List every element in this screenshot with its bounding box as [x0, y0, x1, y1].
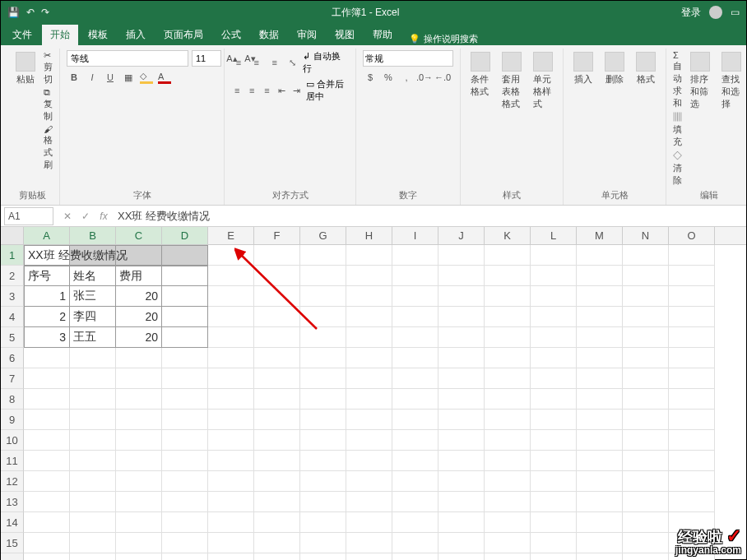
cell[interactable] [70, 430, 116, 451]
col-header-D[interactable]: D [162, 227, 208, 244]
cell[interactable] [485, 492, 531, 512]
row-header-13[interactable]: 13 [1, 492, 24, 512]
cell[interactable] [531, 286, 577, 307]
cell[interactable] [485, 451, 531, 471]
cell[interactable] [438, 471, 485, 492]
bold-button[interactable]: B [67, 70, 81, 85]
cell[interactable] [577, 512, 623, 533]
cell[interactable] [392, 368, 438, 389]
cell[interactable] [623, 471, 669, 492]
cell[interactable] [438, 492, 485, 512]
cell[interactable] [208, 451, 254, 471]
cell[interactable] [531, 307, 577, 327]
cell[interactable] [438, 410, 485, 430]
cell[interactable] [669, 430, 715, 451]
cell[interactable] [162, 492, 208, 512]
cell[interactable] [300, 553, 346, 560]
cell[interactable] [623, 410, 669, 430]
cell[interactable] [485, 245, 531, 266]
cell[interactable] [24, 368, 70, 389]
cell[interactable] [162, 348, 208, 368]
tab-file[interactable]: 文件 [4, 25, 40, 45]
cell[interactable]: 费用 [116, 266, 162, 286]
cell[interactable] [208, 327, 254, 348]
col-header-O[interactable]: O [669, 227, 715, 244]
tab-home[interactable]: 开始 [42, 25, 78, 45]
paste-button[interactable]: 粘贴 [12, 50, 39, 87]
conditional-format-button[interactable]: 条件格式 [467, 50, 494, 100]
cell[interactable] [208, 348, 254, 368]
cell[interactable] [623, 245, 669, 266]
cell[interactable] [485, 410, 531, 430]
row-header-10[interactable]: 10 [1, 430, 24, 451]
underline-button[interactable]: U [103, 70, 118, 85]
align-top-icon[interactable]: ≡ [231, 55, 246, 70]
cell[interactable] [485, 430, 531, 451]
autosum-button[interactable]: Σ 自动求和 [673, 50, 682, 109]
cell[interactable] [300, 327, 346, 348]
cell[interactable] [24, 348, 70, 368]
tab-templates[interactable]: 模板 [80, 25, 116, 45]
cell[interactable] [208, 553, 254, 560]
row-header-9[interactable]: 9 [1, 410, 24, 430]
cells-area[interactable]: XX班 经费收缴情况序号姓名费用1张三202李四203王五20 [24, 245, 715, 560]
cell[interactable] [669, 389, 715, 410]
cell[interactable] [162, 410, 208, 430]
cell[interactable] [438, 512, 485, 533]
cell[interactable] [531, 430, 577, 451]
cell[interactable] [24, 430, 70, 451]
cell[interactable] [116, 533, 162, 553]
cell[interactable] [254, 512, 300, 533]
tab-formulas[interactable]: 公式 [213, 25, 249, 45]
cell[interactable] [254, 266, 300, 286]
cell[interactable] [254, 307, 300, 327]
col-header-H[interactable]: H [346, 227, 392, 244]
cell[interactable] [300, 307, 346, 327]
cell[interactable] [485, 327, 531, 348]
find-select-button[interactable]: 查找和选择 [718, 50, 745, 112]
cell[interactable] [24, 389, 70, 410]
cell[interactable] [116, 492, 162, 512]
fx-icon[interactable]: fx [95, 211, 113, 222]
col-header-A[interactable]: A [24, 227, 70, 244]
col-header-J[interactable]: J [438, 227, 485, 244]
cell[interactable] [162, 286, 208, 307]
cell[interactable] [116, 471, 162, 492]
delete-cells-button[interactable]: 删除 [601, 50, 628, 87]
orientation-icon[interactable]: ⤡ [285, 55, 300, 70]
row-header-2[interactable]: 2 [1, 266, 24, 286]
cell[interactable] [300, 512, 346, 533]
cell[interactable] [346, 286, 392, 307]
cell[interactable] [162, 430, 208, 451]
row-header-8[interactable]: 8 [1, 389, 24, 410]
cell[interactable] [162, 327, 208, 348]
cell[interactable] [300, 348, 346, 368]
cell[interactable] [116, 553, 162, 560]
font-name-select[interactable] [67, 50, 188, 67]
cell[interactable]: 李四 [70, 307, 116, 327]
cell[interactable] [254, 389, 300, 410]
cell[interactable] [300, 410, 346, 430]
cell[interactable] [438, 430, 485, 451]
cell[interactable]: 3 [24, 327, 70, 348]
cancel-formula-icon[interactable]: ✕ [58, 211, 77, 222]
cell[interactable] [346, 327, 392, 348]
cell[interactable] [438, 553, 485, 560]
row-header-3[interactable]: 3 [1, 286, 24, 307]
cell[interactable] [392, 389, 438, 410]
cell[interactable] [531, 410, 577, 430]
cell[interactable] [116, 410, 162, 430]
merge-center-button[interactable]: ▭ 合并后居中 [306, 78, 349, 103]
cell[interactable] [116, 430, 162, 451]
cell[interactable]: 序号 [24, 266, 70, 286]
cell[interactable] [392, 410, 438, 430]
cell[interactable] [254, 471, 300, 492]
cell[interactable] [392, 266, 438, 286]
cell[interactable] [254, 553, 300, 560]
format-cells-button[interactable]: 格式 [633, 50, 659, 87]
cell[interactable] [438, 286, 485, 307]
tab-pagelayout[interactable]: 页面布局 [155, 25, 211, 45]
select-all-corner[interactable] [1, 227, 24, 244]
cell[interactable] [577, 368, 623, 389]
cell[interactable] [346, 266, 392, 286]
